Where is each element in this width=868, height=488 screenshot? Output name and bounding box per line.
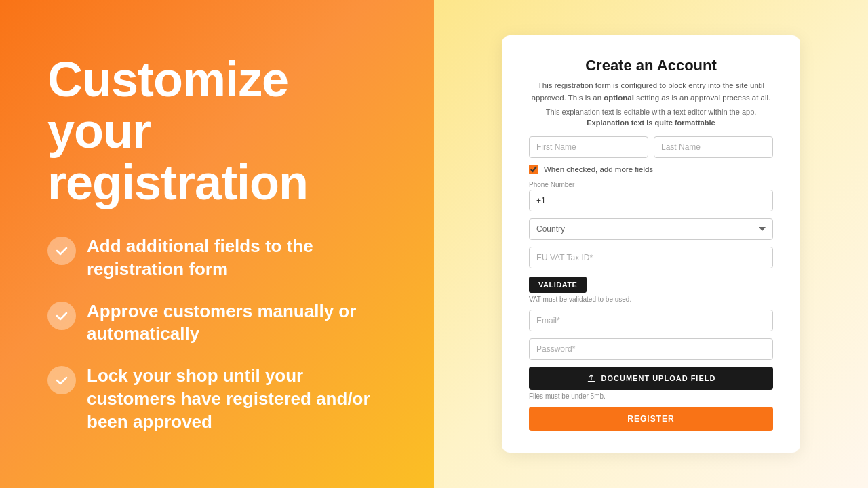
form-desc-bold: optional bbox=[604, 94, 634, 102]
password-row bbox=[529, 338, 773, 360]
check-circle-2 bbox=[47, 302, 76, 330]
check-circle-1 bbox=[47, 237, 76, 265]
form-formattable: Explanation text is quite formattable bbox=[529, 119, 773, 127]
left-panel: Customize your registration Add addition… bbox=[0, 0, 434, 488]
feature-item-lock: Lock your shop until your customers have… bbox=[47, 365, 387, 433]
register-button[interactable]: REGISTER bbox=[529, 407, 773, 431]
feature-text-2: Approve customers manually or automatica… bbox=[87, 300, 387, 346]
country-select[interactable]: Country United States Canada United King… bbox=[529, 218, 773, 240]
add-fields-checkbox[interactable] bbox=[529, 165, 538, 174]
feature-text-1: Add additional fields to the registratio… bbox=[87, 235, 387, 281]
name-row bbox=[529, 136, 773, 158]
registration-form-card: Create an Account This registration form… bbox=[502, 35, 800, 453]
right-panel: Create an Account This registration form… bbox=[434, 0, 868, 488]
last-name-input[interactable] bbox=[654, 136, 773, 158]
form-title: Create an Account bbox=[529, 57, 773, 75]
vat-input[interactable] bbox=[529, 247, 773, 268]
email-input[interactable] bbox=[529, 310, 773, 331]
form-description: This registration form is configured to … bbox=[529, 80, 773, 104]
form-explanation: This explanation text is editable with a… bbox=[529, 108, 773, 116]
files-note: Files must be under 5mb. bbox=[529, 392, 773, 400]
check-circle-3 bbox=[47, 366, 76, 394]
form-desc-text2: setting as is an approval process at all… bbox=[634, 94, 770, 102]
phone-group: Phone Number bbox=[529, 181, 773, 211]
formattable-text: Explanation text is quite bbox=[587, 119, 675, 127]
upload-button[interactable]: DOCUMENT UPLOAD FIELD bbox=[529, 367, 773, 390]
phone-input[interactable] bbox=[529, 190, 773, 211]
password-input[interactable] bbox=[529, 338, 773, 360]
feature-text-3: Lock your shop until your customers have… bbox=[87, 365, 387, 433]
main-heading: Customize your registration bbox=[47, 54, 387, 208]
feature-item-add-fields: Add additional fields to the registratio… bbox=[47, 235, 387, 281]
vat-note: VAT must be validated to be used. bbox=[529, 296, 773, 303]
upload-icon bbox=[587, 373, 596, 383]
checkbox-label: When checked, add more fields bbox=[544, 165, 653, 174]
feature-item-approve: Approve customers manually or automatica… bbox=[47, 300, 387, 346]
phone-label: Phone Number bbox=[529, 181, 773, 188]
feature-list: Add additional fields to the registratio… bbox=[47, 235, 387, 434]
first-name-input[interactable] bbox=[529, 136, 648, 158]
vat-row bbox=[529, 247, 773, 272]
validate-button[interactable]: VALIDATE bbox=[529, 277, 587, 293]
upload-label: DOCUMENT UPLOAD FIELD bbox=[601, 374, 716, 382]
country-group: Country United States Canada United King… bbox=[529, 218, 773, 240]
checkbox-row: When checked, add more fields bbox=[529, 165, 773, 174]
formattable-bold: formattable bbox=[675, 119, 715, 127]
email-row bbox=[529, 310, 773, 331]
